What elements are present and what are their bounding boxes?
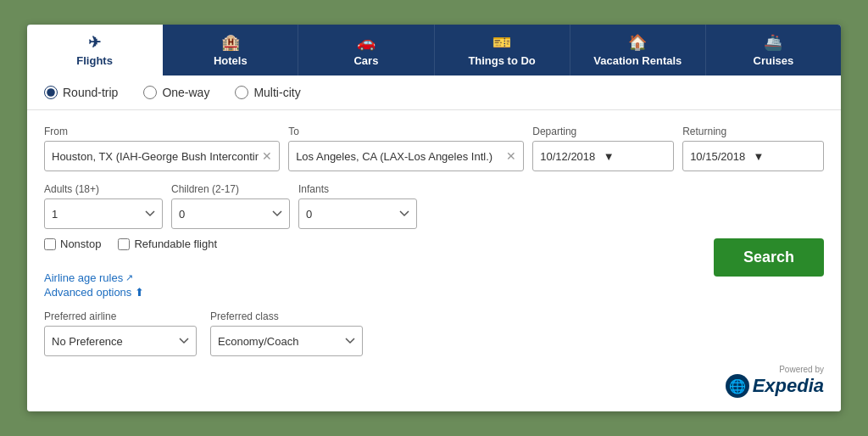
advanced-options-icon: ⬆ — [135, 286, 144, 299]
from-label: From — [44, 126, 280, 137]
external-link-icon: ↗ — [125, 272, 133, 283]
departing-label: Departing — [532, 126, 674, 137]
preferred-airline-label: Preferred airline — [44, 310, 197, 322]
flights-icon: ✈ — [88, 33, 101, 52]
infants-label: Infants — [298, 183, 417, 195]
returning-value: 10/15/2018 — [690, 150, 753, 163]
adults-label: Adults (18+) — [44, 183, 163, 195]
to-input-wrap[interactable]: ✕ — [288, 141, 524, 171]
advanced-options-row: Preferred airline No Preference American… — [44, 310, 824, 356]
airline-age-link[interactable]: Airline age rules ↗ — [44, 271, 133, 284]
from-input[interactable] — [52, 150, 259, 163]
nonstop-label: Nonstop — [60, 238, 101, 250]
tab-cars-label: Cars — [353, 54, 378, 67]
to-label: To — [288, 126, 524, 137]
departing-group: Departing 10/12/2018 ▼ — [532, 126, 674, 171]
departing-value: 10/12/2018 — [540, 150, 603, 163]
tab-rentals-label: Vacation Rentals — [593, 54, 682, 67]
adults-select[interactable]: 1 2 3 4 — [44, 198, 163, 229]
nonstop-option[interactable]: Nonstop — [44, 238, 101, 250]
children-select[interactable]: 0 1 2 — [171, 198, 290, 229]
cars-icon: 🚗 — [357, 33, 376, 52]
returning-group: Returning 10/15/2018 ▼ — [682, 126, 824, 171]
cruises-icon: 🚢 — [764, 33, 782, 52]
expedia-globe-icon: 🌐 — [726, 374, 749, 398]
departing-chevron-icon: ▼ — [604, 150, 666, 163]
returning-label: Returning — [682, 126, 824, 137]
passengers-row: Adults (18+) 1 2 3 4 Children (2-17) 0 1… — [44, 183, 824, 229]
advanced-options-toggle[interactable]: Advanced options ⬆ — [44, 286, 144, 299]
from-group: From ✕ — [44, 126, 280, 171]
tab-hotels[interactable]: 🏨 Hotels — [163, 25, 298, 75]
one-way-radio[interactable] — [143, 86, 157, 99]
from-clear-button[interactable]: ✕ — [262, 150, 272, 162]
infants-group: Infants 0 1 — [298, 183, 417, 229]
from-input-wrap[interactable]: ✕ — [44, 141, 280, 171]
tab-things-to-do[interactable]: 🎫 Things to Do — [435, 25, 570, 75]
preferred-class-group: Preferred class Economy/Coach Business F… — [210, 310, 363, 356]
tab-things-label: Things to Do — [468, 54, 535, 67]
booking-widget: ✈ Flights 🏨 Hotels 🚗 Cars 🎫 Things to Do… — [27, 25, 841, 411]
round-trip-option[interactable]: Round-trip — [44, 86, 118, 99]
infants-select[interactable]: 0 1 — [298, 198, 417, 229]
preferred-airline-select[interactable]: No Preference American Airlines Delta Un… — [44, 326, 197, 356]
tab-flights-label: Flights — [76, 54, 113, 67]
multi-city-option[interactable]: Multi-city — [235, 86, 300, 99]
nonstop-checkbox[interactable] — [44, 238, 56, 250]
tab-cruises[interactable]: 🚢 Cruises — [706, 25, 841, 75]
trip-type-row: Round-trip One-way Multi-city — [27, 75, 841, 110]
to-clear-button[interactable]: ✕ — [506, 150, 516, 162]
tab-cruises-label: Cruises — [754, 54, 794, 67]
multi-city-radio[interactable] — [235, 86, 248, 99]
preferred-airline-group: Preferred airline No Preference American… — [44, 310, 197, 356]
rentals-icon: 🏠 — [628, 33, 647, 52]
things-icon: 🎫 — [492, 33, 511, 52]
one-way-label: One-way — [162, 86, 209, 99]
children-group: Children (2-17) 0 1 2 — [171, 183, 290, 229]
round-trip-label: Round-trip — [63, 86, 118, 99]
preferred-class-label: Preferred class — [210, 310, 363, 322]
main-fields-row: From ✕ To ✕ Departing 10/12/2018 ▼ — [44, 126, 824, 171]
tabs-bar: ✈ Flights 🏨 Hotels 🚗 Cars 🎫 Things to Do… — [27, 25, 841, 75]
airline-age-text: Airline age rules — [44, 271, 123, 284]
tab-hotels-label: Hotels — [214, 54, 248, 67]
hotels-icon: 🏨 — [221, 33, 240, 52]
expedia-logo: Powered by 🌐 Expedia — [44, 365, 824, 398]
search-button[interactable]: Search — [714, 238, 824, 277]
children-label: Children (2-17) — [171, 183, 290, 195]
tab-flights[interactable]: ✈ Flights — [27, 25, 163, 75]
multi-city-label: Multi-city — [253, 86, 300, 99]
to-input[interactable] — [296, 150, 503, 163]
tab-vacation-rentals[interactable]: 🏠 Vacation Rentals — [570, 25, 706, 75]
refundable-option[interactable]: Refundable flight — [118, 238, 217, 250]
one-way-option[interactable]: One-way — [143, 86, 209, 99]
returning-chevron-icon: ▼ — [754, 150, 816, 163]
round-trip-radio[interactable] — [44, 86, 58, 99]
departing-picker[interactable]: 10/12/2018 ▼ — [532, 141, 674, 171]
advanced-options-label: Advanced options — [44, 286, 131, 299]
expedia-logo-text: Expedia — [753, 375, 824, 397]
returning-picker[interactable]: 10/15/2018 ▼ — [682, 141, 824, 171]
refundable-label: Refundable flight — [134, 238, 217, 250]
preferred-class-select[interactable]: Economy/Coach Business First Class — [210, 326, 363, 356]
adults-group: Adults (18+) 1 2 3 4 — [44, 183, 163, 229]
to-group: To ✕ — [288, 126, 524, 171]
tab-cars[interactable]: 🚗 Cars — [298, 25, 434, 75]
refundable-checkbox[interactable] — [118, 238, 130, 250]
powered-by-text: Powered by — [726, 365, 824, 374]
bottom-area: Airline age rules ↗ Search Advanced opti… — [27, 264, 841, 411]
